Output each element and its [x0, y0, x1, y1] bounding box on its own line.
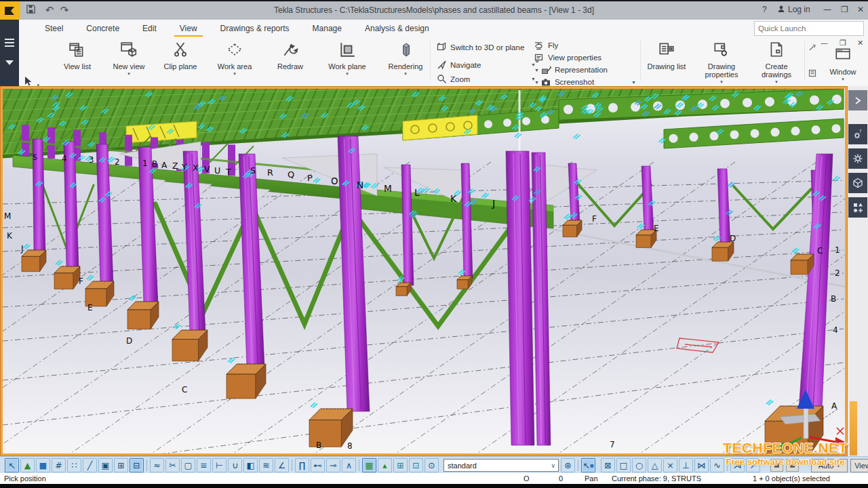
- snap-depth-button-1[interactable]: [770, 459, 783, 472]
- view-properties-button[interactable]: View properties: [534, 52, 636, 63]
- ribbon-redraw-button[interactable]: Redraw: [264, 39, 316, 84]
- app-menu-sidebar[interactable]: [0, 20, 19, 86]
- help-button[interactable]: ?: [762, 5, 767, 14]
- select-fences-button[interactable]: #: [52, 458, 66, 472]
- ribbon-clip-plane-button[interactable]: Clip plane: [155, 39, 206, 84]
- 3d-viewport[interactable]: 54321BAZYXVUTSRQPONMLKJMKJFEDCFEDC12B4AB…: [3, 89, 845, 453]
- selection-filter-combo[interactable]: standard ∨: [443, 459, 559, 472]
- snap-override-button[interactable]: ⋊: [730, 458, 745, 472]
- snap-midpoint-button[interactable]: △: [648, 458, 662, 472]
- ribbon-new-view-button[interactable]: New view ▾: [103, 39, 155, 84]
- tab-concrete[interactable]: Concrete: [85, 21, 121, 36]
- representation-dropdown[interactable]: ▼: [534, 68, 539, 73]
- ribbon-drawing-list-button[interactable]: Drawing list: [642, 39, 692, 84]
- quick-launch-input[interactable]: [755, 24, 866, 33]
- select-peaks-button[interactable]: ∧: [342, 458, 356, 472]
- switch-to-3d-button[interactable]: Switch to 3D or plane: [437, 42, 536, 52]
- snap-direction-button[interactable]: ↗: [746, 458, 760, 472]
- tab-drawings-reports[interactable]: Drawings & reports: [219, 21, 291, 36]
- collapse-panel-button[interactable]: [848, 90, 867, 110]
- status-ortho[interactable]: O: [524, 474, 530, 483]
- filter-settings-button[interactable]: ⊛: [561, 458, 575, 472]
- quick-launch-box[interactable]: [754, 21, 864, 36]
- snap-depth-button-2[interactable]: [786, 459, 799, 472]
- snap-intersection-button[interactable]: ×: [663, 458, 677, 472]
- select-views-button[interactable]: ▢: [181, 458, 195, 472]
- select-all-button[interactable]: ↖: [5, 458, 19, 472]
- tab-edit[interactable]: Edit: [141, 21, 158, 36]
- ribbon-window-button[interactable]: Window ▾: [822, 45, 864, 89]
- tab-view[interactable]: View: [178, 21, 199, 36]
- model-3d-panel-button[interactable]: [848, 173, 867, 193]
- properties-panel-button[interactable]: ?: [848, 124, 867, 144]
- ribbon-work-area-button[interactable]: Work area ▾: [209, 39, 260, 84]
- status-zero[interactable]: 0: [559, 474, 563, 483]
- zoom-selected-button[interactable]: ⊙: [425, 458, 439, 472]
- select-axes-button[interactable]: ⊸: [326, 458, 340, 472]
- select-plates-button[interactable]: ◧: [243, 458, 258, 472]
- snap-geometry-points-button[interactable]: □: [616, 458, 631, 472]
- select-parts-in-views-button[interactable]: ▴: [378, 458, 392, 472]
- representation-button[interactable]: ▼ Representation: [534, 64, 636, 75]
- select-welds-button[interactable]: ≈: [150, 458, 164, 472]
- screenshot-dropdown-right[interactable]: ▼: [631, 80, 636, 85]
- smart-select-button[interactable]: ↖■: [581, 458, 595, 472]
- tab-analysis-design[interactable]: Analysis & design: [363, 21, 431, 36]
- select-objects-in-components-button[interactable]: ⊞: [393, 458, 408, 472]
- sidebar-caret-icon[interactable]: [5, 60, 14, 65]
- select-bolts-button[interactable]: ⊢: [212, 458, 226, 472]
- settings-panel-button[interactable]: [848, 148, 867, 169]
- select-components-button[interactable]: ▣: [98, 458, 113, 472]
- select-lines-button[interactable]: ╱: [83, 458, 97, 472]
- ribbon-work-plane-button[interactable]: Work plane ▾: [321, 39, 373, 84]
- snap-auto-dropdown[interactable]: Auto∨: [811, 459, 848, 472]
- select-reinforcement-button[interactable]: ∪: [228, 458, 242, 472]
- svg-text:1: 1: [835, 245, 840, 255]
- collapsed-list-icon[interactable]: [808, 68, 816, 80]
- navigate-button[interactable]: Navigate ▼: [437, 60, 536, 70]
- snap-reference-points-button[interactable]: ⊠: [601, 458, 615, 472]
- select-loads-button[interactable]: ≋: [259, 458, 273, 472]
- select-planes-button[interactable]: ∏: [295, 458, 309, 472]
- restore-button[interactable]: ❐: [841, 5, 848, 14]
- select-surfaces-button[interactable]: ■: [36, 458, 50, 472]
- snap-nearest-button[interactable]: ∿: [710, 458, 724, 472]
- snap-center-button[interactable]: ○: [632, 458, 646, 472]
- select-grids-button[interactable]: ⊞: [114, 458, 128, 472]
- select-parts-button[interactable]: ▲: [20, 458, 35, 472]
- tekla-structures-window: ↶ ↷ Tekla Structures - C:\TeklaStructure…: [0, 0, 868, 488]
- selection-filter-value: standard: [444, 462, 551, 470]
- snap-extension-button[interactable]: ⋈: [694, 458, 709, 472]
- select-cuts-button[interactable]: ✂: [165, 458, 180, 472]
- save-icon[interactable]: [24, 4, 37, 16]
- select-points-button[interactable]: ∷: [67, 458, 81, 472]
- login-button[interactable]: Log in: [788, 5, 810, 14]
- fly-button[interactable]: Fly: [534, 40, 636, 51]
- select-grid-lines-button[interactable]: ⊟: [130, 458, 144, 472]
- components-panel-button[interactable]: [848, 197, 867, 218]
- select-assemblies-button[interactable]: ⊡: [409, 458, 423, 472]
- select-angles-button[interactable]: ∠: [275, 458, 289, 472]
- screenshot-dropdown-left[interactable]: ▼: [534, 80, 539, 85]
- tekla-logo-icon[interactable]: [0, 1, 20, 20]
- ribbon-view-list-button[interactable]: View list: [52, 39, 103, 84]
- minimize-button[interactable]: —: [823, 5, 831, 14]
- view-plane-button[interactable]: View plane: [850, 459, 868, 472]
- select-fittings-button[interactable]: ≡: [197, 458, 211, 472]
- status-pan[interactable]: Pan: [585, 474, 598, 483]
- close-button[interactable]: ✕: [857, 5, 864, 14]
- collapsed-tools-icon[interactable]: [808, 42, 816, 54]
- tab-manage[interactable]: Manage: [311, 21, 343, 36]
- ribbon-rendering-button[interactable]: Rendering ▾: [380, 39, 431, 84]
- select-distances-button[interactable]: ⊷: [311, 458, 325, 472]
- user-icon[interactable]: [777, 5, 785, 15]
- zoom-button[interactable]: Zoom ▼: [437, 74, 536, 84]
- redo-icon[interactable]: ↷: [58, 4, 71, 16]
- ribbon-drawing-properties-button[interactable]: Drawing properties ▾: [693, 39, 750, 84]
- svg-text:3: 3: [89, 155, 94, 165]
- tab-steel[interactable]: Steel: [43, 21, 64, 36]
- ribbon-create-drawings-button[interactable]: Create drawings ▾: [751, 39, 802, 84]
- undo-icon[interactable]: ↶: [43, 4, 56, 16]
- select-objects-in-views-button[interactable]: ▦: [362, 458, 376, 472]
- snap-perpendicular-button[interactable]: ⊥: [679, 458, 693, 472]
